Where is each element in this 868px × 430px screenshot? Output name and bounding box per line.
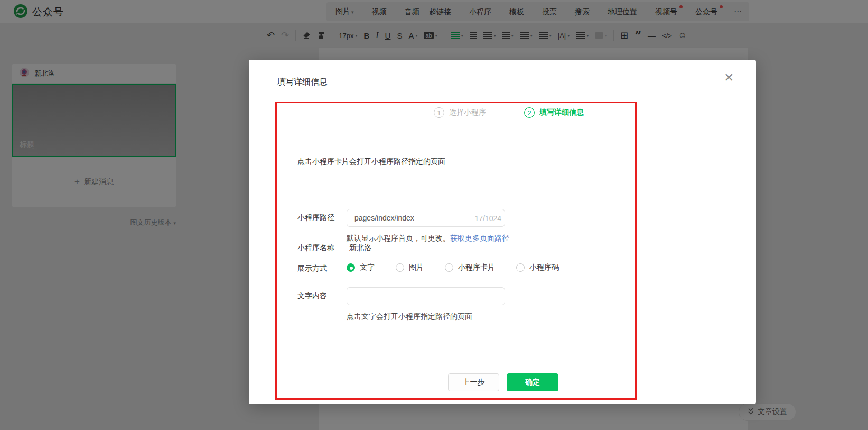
radio-checked-icon [347, 263, 355, 272]
get-more-paths-link[interactable]: 获取更多页面路径 [450, 234, 509, 242]
text-content-input[interactable] [347, 287, 505, 305]
miniprogram-name-value: 新北洛 [349, 243, 371, 253]
page: 公众号 图片▾ 视频 音频 超链接 小程序 模板 投票 搜索 地理位置 视频号 … [0, 0, 868, 430]
step-1-label: 选择小程序 [449, 108, 486, 117]
display-mode-label: 展示方式 [297, 264, 327, 273]
dialog-title: 填写详细信息 [277, 77, 328, 88]
radio-option-qrcode[interactable]: 小程序码 [516, 263, 559, 272]
confirm-button[interactable]: 确定 [507, 373, 558, 391]
radio-option-text[interactable]: 文字 [347, 263, 375, 272]
display-mode-radios: 文字 图片 小程序卡片 小程序码 [347, 263, 559, 272]
dialog-buttons: 上一步 确定 [448, 373, 558, 391]
step-2-label: 填写详细信息 [539, 108, 584, 117]
miniprogram-detail-dialog: 填写详细信息 × 1 选择小程序 2 填写详细信息 点击小程序卡片会打开小程序路… [249, 60, 756, 404]
step-2: 2 填写详细信息 [524, 107, 584, 118]
miniprogram-path-input[interactable] [347, 209, 505, 227]
miniprogram-path-label: 小程序路径 [297, 213, 334, 223]
step-indicator: 1 选择小程序 2 填写详细信息 [434, 107, 584, 118]
step-1-number: 1 [434, 107, 444, 118]
radio-unchecked-icon [396, 263, 404, 272]
step-connector [496, 113, 515, 113]
miniprogram-name-label: 小程序名称 [297, 243, 334, 253]
close-icon[interactable]: × [724, 69, 734, 85]
radio-unchecked-icon [445, 263, 453, 272]
card-click-hint: 点击小程序卡片会打开小程序路径指定的页面 [297, 157, 445, 167]
path-hint: 默认显示小程序首页，可更改。获取更多页面路径 [347, 234, 509, 243]
step-2-number: 2 [524, 107, 535, 118]
radio-option-card[interactable]: 小程序卡片 [445, 263, 495, 272]
radio-option-image[interactable]: 图片 [396, 263, 424, 272]
radio-unchecked-icon [516, 263, 525, 272]
text-click-hint: 点击文字会打开小程序指定路径的页面 [347, 312, 472, 322]
previous-step-button[interactable]: 上一步 [448, 373, 499, 391]
text-content-label: 文字内容 [297, 291, 327, 301]
step-1: 1 选择小程序 [434, 107, 486, 118]
